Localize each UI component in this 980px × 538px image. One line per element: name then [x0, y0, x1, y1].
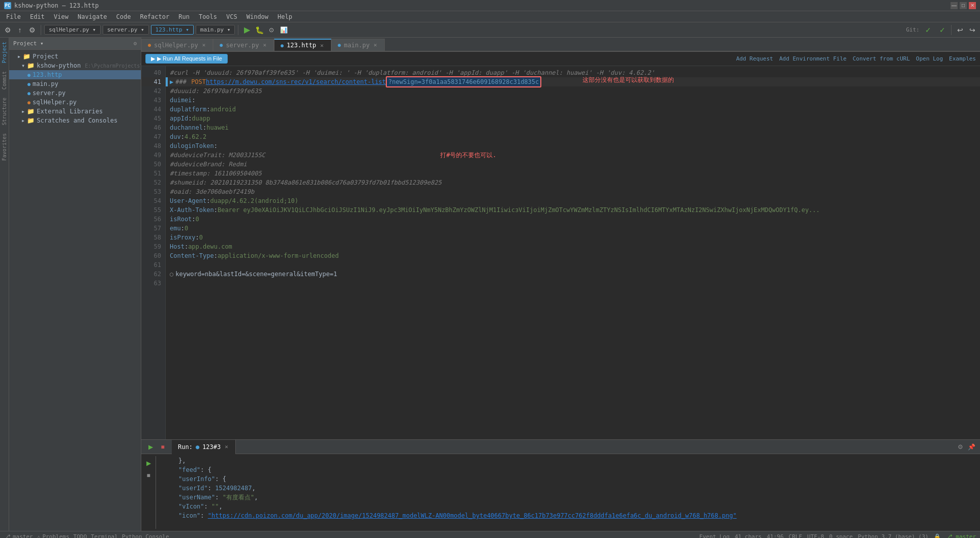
line-60-val: application/x-www-form-urlencoded	[218, 251, 339, 260]
close-button[interactable]: ✕	[969, 2, 976, 9]
git-status[interactable]: ⎇ master	[4, 533, 33, 538]
tab-sqlhelperpy[interactable]: ● sqlHelper.py ✕	[141, 39, 213, 51]
title-bar-controls[interactable]: — □ ✕	[951, 2, 976, 9]
line-num-58: 58	[141, 233, 165, 242]
menu-vcs[interactable]: VCS	[222, 12, 241, 21]
run-stop-button[interactable]: ■	[158, 442, 168, 452]
line-45-key: appId	[170, 114, 188, 123]
git-check2-btn[interactable]: ✓	[937, 24, 948, 36]
line-55-sep: :	[214, 205, 218, 215]
run-tab-123[interactable]: Run: ● 123#3 ✕	[172, 440, 236, 454]
server-selector[interactable]: server.py ▾	[103, 25, 149, 35]
coverage-button[interactable]: ⊙	[266, 24, 277, 36]
favorites-tab[interactable]: Favorites	[2, 129, 7, 165]
project-settings-icon[interactable]: ⚙	[133, 40, 137, 47]
main-selector[interactable]: main.py ▾	[196, 25, 235, 35]
project-header: Project ▾ ⚙	[9, 38, 141, 50]
profile-button[interactable]: 📊	[278, 24, 289, 36]
menu-navigate[interactable]: Navigate	[74, 12, 111, 21]
tab-close-123http[interactable]: ✕	[319, 42, 325, 49]
menu-edit[interactable]: Edit	[26, 12, 49, 21]
toolbar-commit-btn[interactable]: ↑	[14, 24, 25, 36]
tab-close-sqlhelperpy[interactable]: ✕	[201, 42, 207, 48]
tree-item-serverpy[interactable]: ● server.py	[9, 88, 141, 98]
code-editor[interactable]: 40 41 42 43 44 45 46 47 48 49 50 51 52 5…	[141, 66, 980, 439]
add-env-file-link[interactable]: Add Environment File	[779, 55, 846, 62]
line-50-content: #dudeviceBrand: Redmi	[170, 160, 247, 169]
code-line-57: emu: 0	[166, 224, 980, 233]
project-tree: ▸ 📁 Project ▾ 📁 kshow-python E:\PycharmP…	[9, 50, 141, 531]
menu-refactor[interactable]: Refactor	[136, 12, 173, 21]
maximize-button[interactable]: □	[960, 2, 967, 9]
menu-window[interactable]: Window	[242, 12, 272, 21]
python-version[interactable]: Python 3.7 (base) (3)	[858, 533, 929, 538]
run-play-button[interactable]: ▶	[145, 442, 156, 452]
spaces-indicator: 0 space	[829, 533, 852, 538]
title-bar-left: PC kshow-python – 123.http	[4, 2, 99, 9]
tab-serverpy[interactable]: ● server.py ✕	[213, 39, 274, 51]
tree-item-scratches[interactable]: ▸ 📁 Scratches and Consoles	[9, 116, 141, 125]
tree-item-project[interactable]: ▸ 📁 Project	[9, 52, 141, 61]
menu-code[interactable]: Code	[112, 12, 135, 21]
toolbar-settings2-btn[interactable]: ⚙	[26, 24, 38, 36]
run-ln-2	[156, 465, 172, 474]
sql-helper-selector[interactable]: sqlHelper.py ▾	[44, 25, 101, 35]
redo-button[interactable]: ↪	[967, 24, 978, 36]
tree-item-kshow[interactable]: ▾ 📁 kshow-python E:\PycharmProjects\ksho…	[9, 61, 141, 70]
run-line-3: "userInfo": {	[176, 474, 980, 484]
todo-status[interactable]: TODO	[73, 533, 87, 538]
tab-123http[interactable]: ● 123.http ✕	[274, 39, 331, 51]
project-tab[interactable]: Project	[2, 38, 7, 67]
line-46-key: duchannel	[170, 123, 203, 132]
run-pin-btn[interactable]: 📌	[967, 442, 976, 452]
tree-item-external-libs[interactable]: ▸ 📁 External Libraries	[9, 107, 141, 116]
debug-button[interactable]: 🐛	[254, 24, 265, 36]
minimize-button[interactable]: —	[951, 2, 958, 9]
run-content: ▶ ■ },	[141, 454, 980, 531]
tree-item-sqlhelperpy[interactable]: ● sqlHelper.py	[9, 98, 141, 107]
run-settings-btn[interactable]: ⚙	[956, 442, 965, 452]
run-config-selector[interactable]: sqlHelper.py ▾ server.py ▾ 123.http ▾ ma…	[44, 25, 235, 35]
line-62-content: keyword=nba&lastId=&scene=general&itemTy…	[175, 270, 337, 279]
menu-help[interactable]: Help	[273, 12, 296, 21]
tab-mainpy[interactable]: ● main.py ✕	[331, 39, 385, 51]
python-console-status[interactable]: Python Console	[122, 533, 169, 538]
encoding-indicator[interactable]: UTF-8	[807, 533, 824, 538]
examples-link[interactable]: Examples	[949, 55, 976, 62]
line-49-content: #dudeviceTrait: M2003J15SC	[170, 151, 265, 160]
run-all-requests-button[interactable]: ▶ ▶ Run All Requests in File	[145, 54, 228, 64]
run-content-stop-btn[interactable]: ■	[143, 470, 154, 481]
open-log-link[interactable]: Open Log	[916, 55, 943, 62]
structure-tab[interactable]: Structure	[2, 94, 7, 129]
run-panel: ▶ ■ Run: ● 123#3 ✕ ⚙ 📌 ▶ ■	[141, 439, 980, 531]
http-file-selector[interactable]: 123.http ▾	[151, 25, 194, 35]
git-branch-label: master	[13, 533, 33, 538]
crlf-indicator[interactable]: CRLF	[789, 533, 803, 538]
menu-run[interactable]: Run	[174, 12, 194, 21]
git-check-btn[interactable]: ✓	[923, 24, 934, 36]
problems-status[interactable]: ⚠ Problems	[37, 533, 70, 538]
tab-close-serverpy[interactable]: ✕	[262, 42, 267, 48]
toolbar-settings-btn[interactable]: ⚙	[2, 24, 13, 36]
add-request-link[interactable]: Add Request	[736, 55, 773, 62]
tree-item-mainpy[interactable]: ● main.py	[9, 79, 141, 88]
tab-close-mainpy[interactable]: ✕	[373, 42, 378, 48]
tree-item-123http[interactable]: ● 123.http	[9, 70, 141, 79]
convert-curl-link[interactable]: Convert from cURL	[852, 55, 910, 62]
undo-button[interactable]: ↩	[955, 24, 966, 36]
run-button[interactable]: ▶	[241, 24, 253, 36]
menu-file[interactable]: File	[2, 12, 25, 21]
menu-tools[interactable]: Tools	[195, 12, 221, 21]
line-58-key: isProxy	[170, 233, 196, 242]
line-45-val: duapp	[192, 114, 210, 123]
commit-tab[interactable]: Commit	[2, 67, 7, 94]
menu-view[interactable]: View	[50, 12, 73, 21]
code-line-51: #timestamp: 1611069504005	[166, 169, 980, 178]
branch-indicator[interactable]: ⎇ master	[946, 533, 976, 538]
run-tab-close[interactable]: ✕	[224, 443, 229, 450]
terminal-status[interactable]: Terminal	[91, 533, 118, 538]
status-right: Event Log 41 chars 41:96 CRLF UTF-8 0 sp…	[699, 533, 976, 538]
event-log-label[interactable]: Event Log	[699, 533, 730, 538]
cursor-position[interactable]: 41:96	[767, 533, 783, 538]
run-content-play-btn[interactable]: ▶	[143, 458, 154, 468]
